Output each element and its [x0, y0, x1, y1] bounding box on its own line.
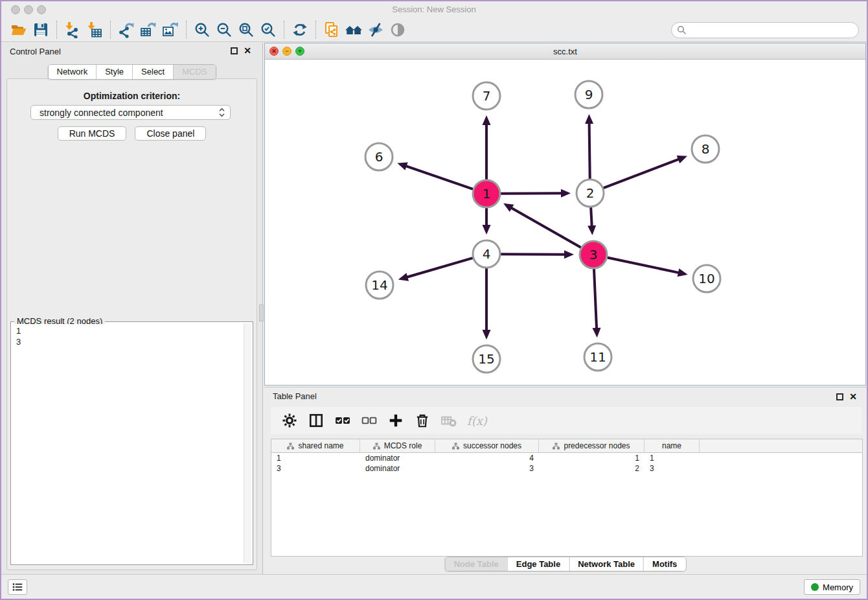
- node-label: 11: [589, 349, 606, 365]
- open-file-button[interactable]: [8, 20, 30, 40]
- edge-2-8[interactable]: [604, 156, 687, 188]
- table-cell[interactable]: 3: [271, 463, 360, 474]
- edge-1-7[interactable]: [483, 115, 491, 179]
- edge-4-14[interactable]: [398, 258, 473, 281]
- node-11[interactable]: 11: [584, 343, 611, 371]
- table-settings-button[interactable]: [281, 412, 298, 429]
- network-view-window: ✕ − + scc.txt 7968124314101511: [264, 43, 866, 386]
- tab-mcds[interactable]: MCDS: [173, 65, 215, 79]
- add-column-button[interactable]: [387, 412, 404, 429]
- duplicate-network-button[interactable]: [321, 20, 343, 40]
- import-network-button[interactable]: [62, 20, 84, 40]
- zoom-in-icon: [194, 21, 211, 38]
- table-cell[interactable]: 1: [271, 453, 360, 463]
- column-header-name[interactable]: name: [645, 439, 700, 452]
- edge-3-10[interactable]: [608, 258, 688, 277]
- table-cell[interactable]: 3: [435, 463, 539, 474]
- tab-node-table[interactable]: Node Table: [446, 557, 507, 571]
- table-panel-close-button[interactable]: ✕: [849, 391, 858, 402]
- toolbar-separator: [186, 21, 187, 39]
- table-panel-float-button[interactable]: [836, 393, 843, 400]
- table-toolbar: f(x): [271, 407, 862, 434]
- refresh-button[interactable]: [289, 20, 311, 40]
- hide-selected-button[interactable]: [365, 20, 387, 40]
- column-header-predecessor-nodes[interactable]: predecessor nodes: [539, 439, 645, 452]
- network-canvas[interactable]: 7968124314101511: [265, 60, 865, 385]
- optimization-criterion-dropdown[interactable]: strongly connected component: [30, 105, 231, 120]
- show-columns-button[interactable]: [308, 412, 325, 429]
- edge-2-9[interactable]: [585, 114, 593, 179]
- node-14[interactable]: 14: [366, 271, 393, 299]
- table-row[interactable]: 1dominator411: [271, 453, 862, 463]
- export-image-button[interactable]: [159, 20, 181, 40]
- table-cell[interactable]: 1: [539, 453, 645, 463]
- tab-edge-table[interactable]: Edge Table: [507, 557, 569, 571]
- mcds-result-text[interactable]: 1 3: [12, 324, 243, 563]
- node-6[interactable]: 6: [365, 143, 393, 170]
- export-image-icon: [162, 21, 179, 38]
- first-neighbors-button[interactable]: [343, 20, 365, 40]
- search-field[interactable]: [671, 22, 859, 38]
- columns-icon: [308, 413, 324, 428]
- node-8[interactable]: 8: [692, 135, 719, 163]
- show-all-button[interactable]: [387, 20, 409, 40]
- node-7[interactable]: 7: [473, 82, 500, 110]
- edge-3-11[interactable]: [593, 269, 601, 338]
- column-header-successor-nodes[interactable]: successor nodes: [435, 439, 539, 452]
- edge-4-3[interactable]: [501, 250, 574, 259]
- select-all-columns-button[interactable]: [334, 412, 351, 429]
- close-panel-button[interactable]: Close panel: [135, 126, 206, 141]
- edge-3-1[interactable]: [503, 203, 581, 248]
- node-4[interactable]: 4: [473, 240, 500, 268]
- node-1[interactable]: 1: [473, 180, 500, 207]
- node-3[interactable]: 3: [580, 241, 607, 268]
- control-panel-float-button[interactable]: [231, 47, 238, 54]
- node-15[interactable]: 15: [473, 345, 500, 373]
- search-input[interactable]: [687, 25, 853, 36]
- table-row[interactable]: 3dominator323: [271, 463, 862, 474]
- zoom-out-button[interactable]: [213, 20, 235, 40]
- tab-motifs[interactable]: Motifs: [643, 557, 685, 571]
- toolbar-separator: [110, 21, 111, 39]
- import-table-button[interactable]: [84, 20, 106, 40]
- table-cell[interactable]: 2: [539, 463, 645, 474]
- run-mcds-button[interactable]: Run MCDS: [58, 126, 127, 141]
- zoom-in-button[interactable]: [191, 20, 213, 40]
- zoom-selected-button[interactable]: [257, 20, 279, 40]
- save-session-button[interactable]: [30, 20, 52, 40]
- zoom-fit-button[interactable]: [235, 20, 257, 40]
- node-9[interactable]: 9: [575, 81, 602, 108]
- tab-style[interactable]: Style: [96, 65, 132, 79]
- node-label: 15: [478, 351, 494, 367]
- node-10[interactable]: 10: [693, 265, 720, 292]
- deselect-all-columns-button[interactable]: [361, 412, 378, 429]
- delete-columns-button[interactable]: [414, 412, 431, 429]
- memory-button[interactable]: Memory: [804, 579, 860, 595]
- export-network-button[interactable]: [115, 20, 137, 40]
- edge-1-6[interactable]: [397, 162, 473, 189]
- column-header-shared-name[interactable]: shared name: [271, 439, 360, 452]
- table-panel: Table Panel ✕: [264, 387, 867, 574]
- table-cell[interactable]: 1: [645, 453, 700, 463]
- control-panel-title: Control Panel: [10, 47, 61, 56]
- task-history-button[interactable]: [8, 579, 27, 595]
- panel-splitter-grip[interactable]: [259, 305, 264, 321]
- control-panel-close-button[interactable]: ✕: [243, 45, 252, 56]
- table-cell[interactable]: 4: [435, 453, 539, 463]
- edge-2-3[interactable]: [588, 207, 596, 235]
- tab-select[interactable]: Select: [132, 65, 173, 79]
- tab-network-table[interactable]: Network Table: [569, 557, 643, 571]
- table-cell[interactable]: dominator: [360, 453, 435, 463]
- table-cell[interactable]: 3: [645, 463, 700, 474]
- edge-1-4[interactable]: [483, 208, 491, 235]
- table-cell[interactable]: dominator: [360, 463, 435, 474]
- node-2[interactable]: 2: [577, 179, 604, 207]
- edge-1-2[interactable]: [501, 189, 571, 198]
- export-table-button[interactable]: [137, 20, 159, 40]
- node-label: 3: [589, 247, 598, 262]
- column-header-MCDS-role[interactable]: MCDS role: [360, 439, 435, 452]
- mcds-result-scrollbar[interactable]: [244, 323, 251, 563]
- network-window-titlebar[interactable]: ✕ − + scc.txt: [265, 43, 865, 60]
- edge-4-15[interactable]: [483, 268, 491, 340]
- tab-network[interactable]: Network: [48, 65, 96, 79]
